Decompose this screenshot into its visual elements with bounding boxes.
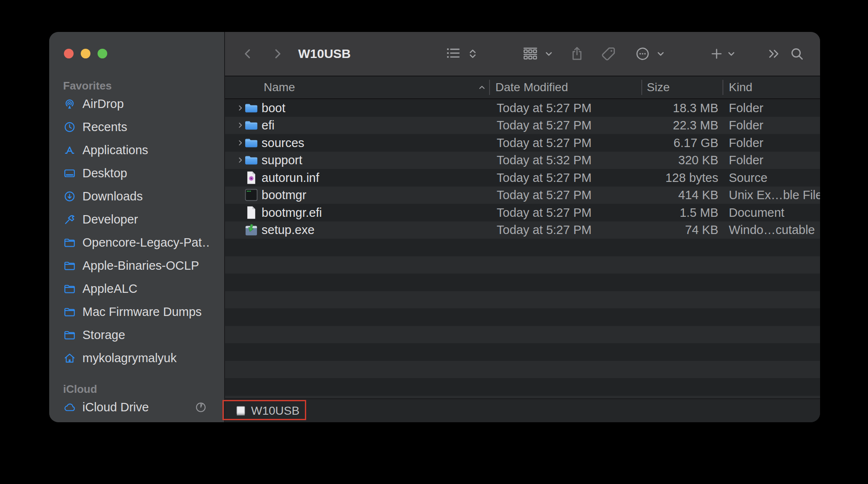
file-name: boot xyxy=(262,101,285,115)
file-kind: Folder xyxy=(729,153,763,167)
sidebar-nav: Favorites AirDrop Recents Applications D… xyxy=(49,32,224,419)
file-row-setup-exe[interactable]: setup.exe Today at 5:27 PM 74 KB Windo…c… xyxy=(225,221,820,239)
tag-icon[interactable] xyxy=(600,45,617,62)
windows-executable-icon xyxy=(244,223,258,237)
toolbar: W10USB xyxy=(225,32,820,76)
group-by-chevron-icon[interactable] xyxy=(543,48,555,60)
new-item-chevron-icon[interactable] xyxy=(725,48,737,60)
file-kind: Folder xyxy=(729,136,763,150)
sidebar-item-icloud-drive[interactable]: iCloud Drive xyxy=(49,396,224,419)
sidebar-item-label: Recents xyxy=(82,120,127,134)
column-header-name[interactable]: Name xyxy=(264,81,295,94)
disk-icon xyxy=(236,405,246,417)
sidebar-item-airdrop[interactable]: AirDrop xyxy=(49,92,224,116)
window-title: W10USB xyxy=(298,47,351,61)
file-size: 320 KB xyxy=(629,153,718,167)
clock-icon xyxy=(63,121,76,134)
file-date-modified: Today at 5:27 PM xyxy=(497,171,592,184)
more-actions-icon[interactable] xyxy=(635,46,651,62)
view-switch-chevrons-icon[interactable] xyxy=(466,47,479,60)
file-name: setup.exe xyxy=(262,223,315,237)
hammer-icon xyxy=(63,213,76,226)
sidebar-item-label: mykolagrymalyuk xyxy=(82,351,177,365)
search-icon[interactable] xyxy=(789,46,804,61)
sidebar-item-storage[interactable]: Storage xyxy=(49,324,224,347)
folder-outline-icon xyxy=(63,259,76,272)
column-divider[interactable] xyxy=(722,80,723,95)
file-kind: Folder xyxy=(729,101,763,115)
sort-ascending-icon[interactable] xyxy=(476,82,487,93)
sync-progress-icon xyxy=(194,401,207,414)
sidebar-item-label: Desktop xyxy=(82,166,127,180)
file-row-bootmgr-efi[interactable]: bootmgr.efi Today at 5:27 PM 1.5 MB Docu… xyxy=(225,204,820,221)
disclosure-chevron-icon[interactable] xyxy=(236,104,244,112)
file-kind: Windo…cutable xyxy=(729,223,815,237)
folder-outline-icon xyxy=(63,282,76,295)
file-size: 74 KB xyxy=(629,223,718,237)
column-divider[interactable] xyxy=(489,80,490,95)
file-name: efi xyxy=(262,118,275,132)
file-kind: Folder xyxy=(729,118,763,132)
file-size: 18.3 MB xyxy=(629,101,718,115)
folder-icon xyxy=(244,118,258,132)
column-divider[interactable] xyxy=(641,80,642,95)
file-date-modified: Today at 5:27 PM xyxy=(497,118,592,132)
download-circle-icon xyxy=(63,190,76,203)
home-icon xyxy=(63,352,76,365)
file-row-efi[interactable]: efi Today at 5:27 PM 22.3 MB Folder xyxy=(225,117,820,134)
new-item-plus-icon[interactable] xyxy=(709,47,724,61)
sidebar-item-applications[interactable]: Applications xyxy=(49,139,224,162)
disclosure-chevron-icon[interactable] xyxy=(236,139,244,147)
column-header-date-modified[interactable]: Date Modified xyxy=(495,81,568,94)
back-button[interactable] xyxy=(241,47,255,61)
file-name: bootmgr xyxy=(262,188,306,202)
sidebar-item-label: Storage xyxy=(82,328,125,342)
file-date-modified: Today at 5:32 PM xyxy=(497,153,592,167)
sidebar-item-mykolagrymalyuk[interactable]: mykolagrymalyuk xyxy=(49,347,224,370)
more-actions-chevron-icon[interactable] xyxy=(655,48,667,60)
sidebar-item-downloads[interactable]: Downloads xyxy=(49,185,224,208)
file-row-sources[interactable]: sources Today at 5:27 PM 6.17 GB Folder xyxy=(225,134,820,152)
file-size: 1.5 MB xyxy=(629,205,718,219)
zoom-button[interactable] xyxy=(98,49,107,58)
sidebar-item-label: Developer xyxy=(82,213,138,226)
column-header-row: Name Date Modified Size Kind xyxy=(225,76,820,99)
view-list-icon[interactable] xyxy=(445,46,461,62)
file-row-boot[interactable]: boot Today at 5:27 PM 18.3 MB Folder xyxy=(225,99,820,117)
sidebar-item-applealc[interactable]: AppleALC xyxy=(49,277,224,300)
path-bar-volume-label: W10USB xyxy=(251,404,299,418)
sidebar-item-desktop[interactable]: Desktop xyxy=(49,162,224,185)
file-kind: Source xyxy=(729,171,767,184)
file-row-bootmgr[interactable]: bootmgr Today at 5:27 PM 414 KB Unix Ex…… xyxy=(225,187,820,204)
sidebar-item-apple-binaries-oclp[interactable]: Apple-Binaries-OCLP xyxy=(49,254,224,277)
disclosure-chevron-icon[interactable] xyxy=(236,121,244,129)
file-size: 414 KB xyxy=(629,188,718,202)
column-header-size[interactable]: Size xyxy=(647,81,670,94)
disclosure-chevron-icon[interactable] xyxy=(236,156,244,164)
window-controls xyxy=(64,49,107,58)
document-icon xyxy=(244,205,258,219)
sidebar-item-recents[interactable]: Recents xyxy=(49,116,224,139)
airdrop-icon xyxy=(63,97,76,110)
sidebar-item-label: Opencore-Legacy-Pat… xyxy=(82,236,209,250)
file-row-autorun-inf[interactable]: autorun.inf Today at 5:27 PM 128 bytes S… xyxy=(225,169,820,187)
minimize-button[interactable] xyxy=(81,49,90,58)
sidebar-item-mac-firmware-dumps[interactable]: Mac Firmware Dumps xyxy=(49,300,224,324)
folder-icon xyxy=(244,153,258,167)
path-bar: W10USB xyxy=(225,398,820,422)
sidebar-item-opencore-legacy-pat[interactable]: Opencore-Legacy-Pat… xyxy=(49,231,224,254)
share-icon[interactable] xyxy=(569,46,585,62)
finder-window: Favorites AirDrop Recents Applications D… xyxy=(49,32,820,422)
sidebar-item-developer[interactable]: Developer xyxy=(49,208,224,231)
file-date-modified: Today at 5:27 PM xyxy=(497,136,592,150)
overflow-double-chevron-icon[interactable] xyxy=(767,47,781,61)
path-bar-volume[interactable]: W10USB xyxy=(236,399,299,422)
sidebar-item-label: Applications xyxy=(82,143,148,157)
sidebar-item-label: iCloud Drive xyxy=(82,400,149,414)
forward-button[interactable] xyxy=(270,47,285,61)
file-row-support[interactable]: support Today at 5:32 PM 320 KB Folder xyxy=(225,152,820,169)
sidebar-item-label: AirDrop xyxy=(82,97,124,111)
group-by-icon[interactable] xyxy=(522,45,539,62)
close-button[interactable] xyxy=(64,49,74,58)
column-header-kind[interactable]: Kind xyxy=(729,81,752,94)
